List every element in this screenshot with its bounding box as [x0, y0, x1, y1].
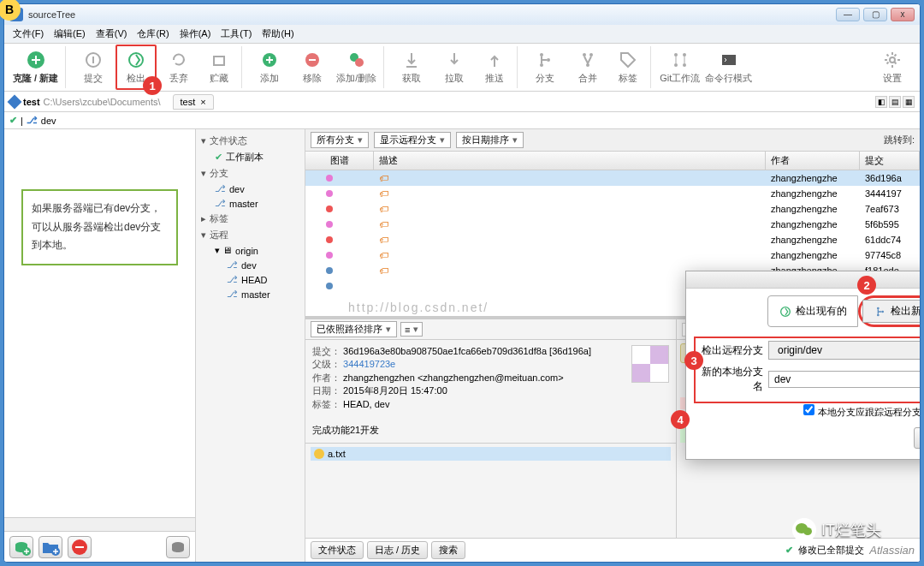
add-button[interactable]: 添加	[249, 46, 290, 88]
scrollbar-stub[interactable]	[4, 517, 195, 531]
commit-button[interactable]: 提交	[73, 46, 114, 88]
pull-button[interactable]: 拉取	[434, 46, 475, 88]
checkout-button[interactable]: 检出 1	[116, 45, 157, 90]
config-button[interactable]	[166, 536, 190, 558]
settings-button[interactable]: 设置	[872, 46, 913, 88]
svg-point-17	[683, 63, 686, 67]
toolbar: 克隆 / 新建 提交 检出 1 丢弃 贮藏 添加 移除 添加/删除 获取 拉取 …	[4, 44, 920, 92]
parent-link[interactable]: 344419723e	[343, 359, 395, 369]
remote-branch-select[interactable]: origin/dev	[768, 341, 920, 360]
brand-label: Atlassian	[869, 544, 915, 557]
repo-icon	[8, 94, 22, 109]
svg-point-19	[890, 57, 895, 63]
commit-row[interactable]: 🏷zhangzhengzhe5f6b595	[305, 217, 920, 232]
view-icon-1[interactable]: ◧	[875, 96, 887, 108]
local-branch-input[interactable]	[768, 371, 920, 388]
badge-4: 4	[671, 410, 690, 429]
ok-button[interactable]: 确定	[914, 427, 920, 449]
current-branch: dev	[41, 116, 56, 126]
svg-point-9	[540, 63, 543, 67]
minimize-button[interactable]: —	[836, 8, 860, 21]
svg-point-26	[877, 307, 880, 309]
stash-button[interactable]: 贮藏	[201, 46, 242, 88]
view-icon-2[interactable]: ▤	[889, 96, 901, 108]
item-remote-dev[interactable]: ⎇dev	[196, 258, 305, 272]
item-remote-master[interactable]: ⎇master	[196, 287, 305, 301]
tab-checkout-existing[interactable]: 检出现有的	[767, 295, 858, 327]
check-icon: ✔	[9, 115, 17, 126]
badge-2: 2	[857, 276, 876, 295]
terminal-button[interactable]: 命令行模式	[703, 46, 754, 88]
commit-row[interactable]: 🏷zhangzhengzhe7eaf673	[305, 201, 920, 217]
view-icon-3[interactable]: ▦	[903, 96, 915, 108]
commit-row[interactable]: 🏷zhangzhengzhe36d196a	[305, 170, 920, 186]
branch-filter[interactable]: 所有分支	[311, 132, 369, 148]
item-branch-dev[interactable]: ⎇dev	[196, 182, 305, 196]
status-text: 修改已全部提交	[798, 544, 864, 557]
merge-button[interactable]: 合并	[567, 46, 608, 88]
branch-button[interactable]: 分支	[524, 46, 566, 88]
remove-button[interactable]: 移除	[292, 46, 333, 88]
svg-point-12	[589, 53, 593, 57]
footer-tab-search[interactable]: 搜索	[431, 541, 465, 559]
delete-button[interactable]	[68, 536, 92, 558]
footer-tab-log[interactable]: 日志 / 历史	[367, 541, 428, 559]
file-item[interactable]: a.txt	[311, 447, 671, 461]
add-repo-button[interactable]	[9, 536, 33, 558]
col-commit: 提交	[860, 152, 920, 170]
maximize-button[interactable]: ▢	[863, 8, 887, 21]
addremove-button[interactable]: 添加/删除	[335, 46, 384, 88]
menu-repo[interactable]: 仓库(R)	[132, 26, 174, 42]
push-button[interactable]: 推送	[477, 46, 518, 88]
order-filter[interactable]: 按日期排序	[456, 132, 524, 148]
main-panel: 所有分支 显示远程分支 按日期排序 跳转到: 图谱 描述 作者 提交 🏷zhan…	[305, 129, 920, 562]
gitflow-button[interactable]: Git工作流	[658, 46, 702, 88]
section-branches[interactable]: ▾ 分支	[196, 165, 305, 182]
discard-button[interactable]: 丢弃	[158, 46, 199, 88]
fetch-button[interactable]: 获取	[391, 46, 432, 88]
menu-edit[interactable]: 编辑(E)	[49, 26, 91, 42]
repo-tab[interactable]: test×	[173, 94, 214, 110]
clone-button[interactable]: 克隆 / 新建	[11, 46, 66, 88]
author-avatar	[631, 345, 669, 383]
repo-name: test	[23, 97, 40, 107]
item-remote-head[interactable]: ⎇HEAD	[196, 272, 305, 287]
section-filestate[interactable]: ▾ 文件状态	[196, 133, 305, 149]
track-checkbox[interactable]: 本地分支应跟踪远程分支	[803, 407, 920, 417]
file-modified-icon	[314, 449, 324, 459]
sort-opts[interactable]: ≡	[400, 322, 423, 337]
commit-row[interactable]: 🏷zhangzhengzhe97745c8	[305, 247, 920, 263]
menu-help[interactable]: 帮助(H)	[257, 26, 299, 42]
branch-icon	[874, 305, 887, 319]
commit-row[interactable]: 🏷zhangzhengzhe61ddc74	[305, 232, 920, 247]
section-remotes[interactable]: ▾ 远程	[196, 227, 305, 243]
watermark: http://blog.csdn.net/	[348, 301, 489, 314]
commit-row[interactable]: 🏷zhangzhengzhe3444197	[305, 186, 920, 201]
filter-bar: 所有分支 显示远程分支 按日期排序 跳转到:	[305, 129, 920, 152]
item-workcopy[interactable]: ✔工作副本	[196, 149, 305, 165]
commit-grid-header: 图谱 描述 作者 提交	[305, 152, 920, 170]
remote-filter[interactable]: 显示远程分支	[374, 132, 451, 148]
branch-indicator-bar: ✔| ⎇ dev	[4, 112, 920, 129]
status-check-icon: ✔	[785, 545, 793, 556]
tag-button[interactable]: 标签	[610, 46, 651, 88]
commit-meta: 提交： 36d196a3e80ba908750ae1fca66eb709d361…	[305, 340, 676, 443]
tab-close-icon[interactable]: ×	[200, 97, 205, 107]
footer-tab-filestate[interactable]: 文件状态	[311, 541, 364, 559]
svg-point-8	[540, 53, 543, 57]
close-button[interactable]: x	[891, 8, 915, 21]
menu-tools[interactable]: 工具(T)	[216, 26, 257, 42]
section-tags[interactable]: ▸ 标签	[196, 211, 305, 227]
branch-icon: ⎇	[27, 115, 38, 126]
menu-view[interactable]: 查看(V)	[91, 26, 133, 42]
tab-checkout-new[interactable]: 检出新分支	[862, 300, 920, 323]
checkout-icon	[779, 305, 792, 319]
menu-action[interactable]: 操作(A)	[175, 26, 216, 42]
menu-file[interactable]: 文件(F)	[8, 26, 49, 42]
local-branch-label: 新的本地分支名	[698, 365, 763, 394]
item-branch-master[interactable]: ⎇master	[196, 196, 305, 211]
svg-point-27	[877, 313, 880, 316]
item-origin[interactable]: ▾ 🖥 origin	[196, 243, 305, 258]
add-folder-button[interactable]	[38, 536, 62, 558]
sort-order[interactable]: 已依照路径排序	[311, 321, 397, 337]
